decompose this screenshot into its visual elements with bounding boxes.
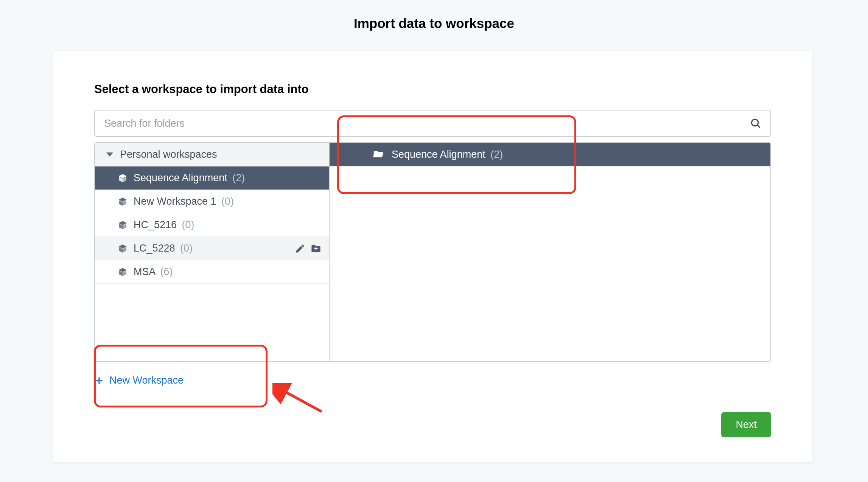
- svg-line-1: [758, 125, 760, 128]
- tree-item[interactable]: MSA (6): [95, 260, 329, 284]
- svg-point-0: [751, 119, 758, 126]
- new-workspace-label: New Workspace: [109, 375, 184, 386]
- tree-root-personal[interactable]: Personal workspaces: [95, 143, 329, 166]
- tree-item-count: (6): [160, 266, 173, 277]
- cube-icon: [118, 173, 128, 183]
- tree-item-label: LC_5228 (0): [134, 243, 193, 254]
- new-workspace-button[interactable]: New Workspace: [94, 375, 184, 386]
- detail-count: (2): [490, 149, 503, 160]
- page-title: Import data to workspace: [0, 0, 868, 48]
- detail-title: Sequence Alignment (2): [392, 149, 503, 160]
- tree-item-count: (2): [232, 172, 245, 183]
- workspace-browser: Personal workspaces Sequence Alignment (…: [94, 142, 771, 362]
- tree-item-label: MSA (6): [134, 266, 173, 278]
- next-button[interactable]: Next: [721, 412, 771, 437]
- edit-icon[interactable]: [295, 243, 305, 254]
- tree-item[interactable]: New Workspace 1 (0): [95, 190, 329, 213]
- plus-icon: [94, 376, 104, 386]
- cube-icon: [118, 197, 128, 207]
- tree-item[interactable]: HC_5216 (0): [95, 213, 329, 237]
- tree-item-label: New Workspace 1 (0): [134, 196, 234, 207]
- tree-item-count: (0): [182, 219, 194, 230]
- cube-icon: [118, 220, 128, 230]
- workspace-detail: Sequence Alignment (2): [330, 143, 770, 361]
- tree-item-label: HC_5216 (0): [134, 219, 194, 231]
- cube-icon: [118, 244, 128, 253]
- add-folder-icon[interactable]: [311, 243, 321, 254]
- tree-item-count: (0): [221, 196, 234, 207]
- tree-list: Sequence Alignment (2) New Workspace 1 (…: [95, 166, 329, 284]
- search-icon[interactable]: [750, 118, 761, 129]
- tree-item-label: Sequence Alignment (2): [134, 172, 245, 184]
- section-subtitle: Select a workspace to import data into: [94, 82, 771, 96]
- search-input[interactable]: [104, 118, 750, 129]
- tree-item[interactable]: LC_5228 (0): [95, 237, 329, 260]
- chevron-down-icon: [106, 152, 113, 157]
- tree-item[interactable]: Sequence Alignment (2): [95, 166, 329, 190]
- detail-header[interactable]: Sequence Alignment (2): [330, 143, 770, 166]
- import-data-card: Select a workspace to import data into P…: [53, 51, 812, 462]
- workspace-tree: Personal workspaces Sequence Alignment (…: [95, 143, 330, 361]
- cube-icon: [118, 267, 128, 277]
- tree-root-label: Personal workspaces: [120, 149, 217, 160]
- folder-open-icon: [373, 149, 384, 160]
- tree-item-count: (0): [180, 243, 193, 254]
- search-row: [94, 110, 771, 137]
